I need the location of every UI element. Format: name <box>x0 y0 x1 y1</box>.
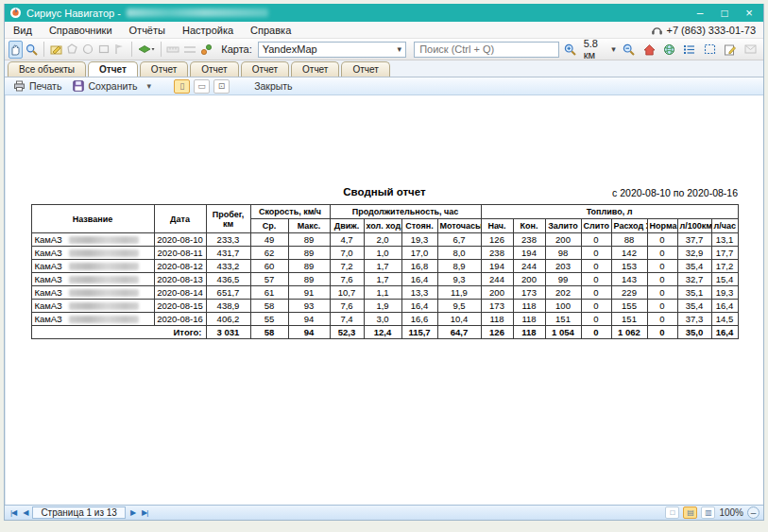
table-row: КамАЗ2020-08-15438,958937,61,916,49,5173… <box>31 300 738 313</box>
menu-directories[interactable]: Справочники <box>41 22 121 38</box>
layers-icon <box>138 43 155 55</box>
track-icon <box>200 43 213 56</box>
map-provider-value: YandexMap <box>263 43 317 55</box>
value-cell: 10,4 <box>437 313 481 326</box>
table-row: КамАЗ2020-08-13436,557897,61,716,49,3244… <box>31 273 738 286</box>
toolbar-separator <box>43 42 44 57</box>
tab-report-6[interactable]: Отчет <box>341 61 389 77</box>
col-header-norm: Норма <box>647 219 677 233</box>
value-cell: 13,3 <box>401 286 437 300</box>
value-cell: 100 <box>545 300 581 313</box>
save-button[interactable]: Сохранить <box>69 79 141 93</box>
edit-zone-button[interactable] <box>49 41 63 59</box>
page-indicator: Страница 1 из 13 <box>32 506 126 519</box>
road-button[interactable] <box>182 41 197 59</box>
page-portrait-button[interactable]: ▯ <box>174 79 190 94</box>
table-row: КамАЗ2020-08-10233,349894,72,019,36,7126… <box>31 233 738 247</box>
zoom-out-button[interactable] <box>620 41 638 59</box>
first-page-button[interactable]: |◀ <box>9 508 18 517</box>
value-cell: 94 <box>288 313 330 326</box>
title-bar: Сириус Навигатор - – □ × <box>5 4 763 22</box>
support-phone-block: +7 (863) 333-01-73 <box>651 25 763 36</box>
view-single-page-button[interactable]: □ <box>665 506 679 519</box>
menu-settings[interactable]: Настройка <box>174 22 242 38</box>
prev-page-button[interactable]: ◀ <box>21 508 29 517</box>
tab-all-objects[interactable]: Все объекты <box>8 61 86 77</box>
total-label: Итого: <box>31 326 206 339</box>
menu-help[interactable]: Справка <box>242 22 299 38</box>
ruler-icon <box>166 44 179 55</box>
search-input[interactable] <box>414 42 559 58</box>
value-cell: 406,2 <box>206 313 250 326</box>
area-select-button[interactable] <box>701 41 719 59</box>
notes-button[interactable] <box>721 41 739 59</box>
close-report-button[interactable]: Закрыть <box>250 79 296 93</box>
print-button[interactable]: Печать <box>9 79 65 93</box>
tab-report-2[interactable]: Отчет <box>140 61 188 77</box>
zoom-out-button[interactable]: – <box>747 506 759 519</box>
value-cell: 153 <box>611 260 647 273</box>
value-cell: 200 <box>545 233 581 247</box>
message-button[interactable] <box>742 41 759 59</box>
redacted-plate <box>69 316 139 323</box>
value-cell: 32,9 <box>677 247 711 260</box>
value-cell: 202 <box>545 286 581 300</box>
next-page-button[interactable]: ▶ <box>128 508 137 517</box>
flag-tool-button[interactable] <box>112 41 127 59</box>
road-icon <box>183 44 196 55</box>
value-cell: 238 <box>513 233 545 247</box>
value-cell: 244 <box>481 273 513 286</box>
tab-report-1[interactable]: Отчет <box>88 61 138 77</box>
value-cell: 0 <box>581 260 611 273</box>
flag-icon <box>113 43 125 55</box>
value-cell: 17,0 <box>401 247 437 260</box>
map-scale-select[interactable]: 5.8 км ▾ <box>582 38 618 60</box>
view-fit-width-button[interactable]: ▤ <box>683 506 697 519</box>
value-cell: 3,0 <box>364 313 401 326</box>
page-landscape-button[interactable]: ▭ <box>194 79 210 94</box>
pan-tool-button[interactable] <box>9 41 23 59</box>
save-dropdown-button[interactable]: ▾ <box>145 81 154 91</box>
polygon-tool-button[interactable] <box>65 41 79 59</box>
value-cell: 229 <box>611 286 647 300</box>
minimize-button[interactable]: – <box>688 5 712 21</box>
pagination: |◀ ◀ Страница 1 из 13 ▶ ▶| <box>9 506 149 519</box>
map-provider-select[interactable]: YandexMap ▾ <box>258 42 406 58</box>
view-multi-page-button[interactable]: ▥ <box>701 506 715 519</box>
last-page-button[interactable]: ▶| <box>140 508 149 517</box>
value-cell: 0 <box>647 233 677 247</box>
vehicle-name-cell: КамАЗ <box>31 260 154 273</box>
menu-view[interactable]: Вид <box>5 22 41 38</box>
value-cell: 0 <box>647 313 677 326</box>
value-cell: 16,8 <box>401 260 437 273</box>
close-button[interactable]: × <box>737 5 761 21</box>
maximize-button[interactable]: □ <box>712 5 737 21</box>
value-cell: 32,7 <box>677 273 711 286</box>
home-button[interactable] <box>640 41 657 59</box>
zoom-in-button[interactable] <box>561 41 579 59</box>
object-list-button[interactable] <box>680 41 698 59</box>
menu-reports[interactable]: Отчёты <box>121 22 174 38</box>
tab-report-4[interactable]: Отчет <box>241 61 289 77</box>
ruler-button[interactable] <box>165 41 180 59</box>
zoom-tool-button[interactable] <box>25 41 39 59</box>
magnifier-icon <box>26 43 38 56</box>
track-button[interactable] <box>199 41 213 59</box>
total-cell: 52,3 <box>330 326 364 339</box>
value-cell: 7,4 <box>330 313 364 326</box>
fit-page-button[interactable]: ⊡ <box>213 79 230 94</box>
tab-report-3[interactable]: Отчет <box>190 61 238 77</box>
value-cell: 173 <box>481 300 513 313</box>
col-header-name: Название <box>31 205 154 233</box>
value-cell: 1,0 <box>364 247 401 260</box>
layers-button[interactable] <box>137 41 156 59</box>
col-header-engine-hours: Моточасы <box>437 219 481 233</box>
value-cell: 244 <box>513 260 545 273</box>
circle-tool-button[interactable] <box>80 41 94 59</box>
value-cell: 118 <box>513 300 545 313</box>
globe-button[interactable] <box>660 41 678 59</box>
tab-report-5[interactable]: Отчет <box>291 61 339 77</box>
value-cell: 194 <box>481 260 513 273</box>
rectangle-tool-button[interactable] <box>96 41 111 59</box>
toolbar-separator <box>161 42 162 57</box>
